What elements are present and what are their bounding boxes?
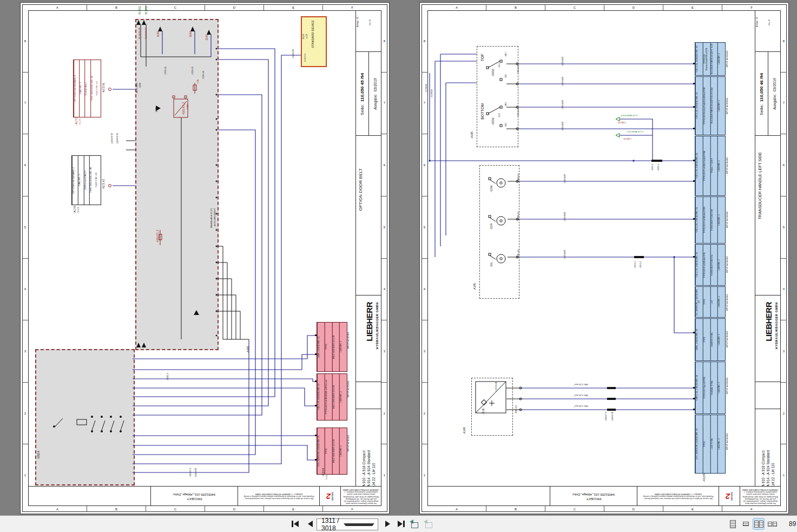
connector-label: -X1046.B: [564, 250, 566, 259]
list-cell: TYPE: [703, 415, 710, 473]
footer-strip: PROJEKT:94051255-101_Ablage_Doku We rese…: [28, 486, 381, 506]
connector-label: -X1047.B: [611, 412, 614, 421]
device-label: -A170: [74, 206, 77, 214]
series-logo-mark: 2: [726, 492, 730, 501]
projekt-cell: PROJEKT:94051255-101_Ablage_Doku: [550, 487, 637, 506]
wire-label: KL15,KL15: [145, 28, 147, 39]
first-page-button[interactable]: [289, 518, 301, 529]
pin-label: D120: [303, 34, 305, 39]
wire-gauge-label: WH, 0,25 mm²: [574, 394, 588, 396]
copyright-en: We reserve all rights in this document a…: [241, 493, 317, 500]
sheet-title-box: OPTION DOOR BELT: [356, 135, 381, 295]
anlage-label: Anlage =D: [356, 10, 368, 34]
list-cell: TYPE#16 PushButtonSSL: [703, 245, 710, 285]
input-module-24v: 24V_SENSOR_1 MOD-NR: 46TYPE+24V SYBLCAN-…: [695, 415, 726, 474]
list-cell: TYPE: [703, 319, 710, 360]
next-page-icon: [385, 521, 390, 527]
list-cell: TYPE#16 SignalSYBL: [703, 362, 710, 413]
list-cell: TYPE#16 PushBtnSwitchSSM: [703, 136, 710, 195]
input-module-ssl: %ID 4.46..3 MOD-NR: 46TYPE#16 PushButton…: [695, 244, 726, 286]
list-cell: ROCKER SWITCH LEFT TOP: [710, 43, 718, 75]
list-cell: BELT DRIVERS DOOR: [332, 374, 340, 420]
connector-label: -X1046.B: [562, 57, 564, 66]
liebherr-logo: LIEBHERR: [764, 302, 773, 341]
module-label: -A165: [702, 474, 706, 482]
group-label: -A145: [463, 427, 466, 434]
ort-label: Ort +F: [768, 10, 781, 34]
module-side-label: INPUT MODULE: [726, 377, 728, 395]
list-cell: CAN-NR: 4: [717, 287, 725, 317]
page-number-input[interactable]: 1311 / 3018: [317, 518, 378, 530]
list-cell: CAN-NR: 4: [717, 245, 725, 285]
module-side-label: INPUT MODULE: [726, 433, 728, 450]
module-side-label: INPUT MODULE: [347, 435, 350, 452]
list-cell: SSM1+Y LEFT: [710, 136, 718, 195]
previous-page-button[interactable]: [304, 518, 316, 529]
list-cell: TYPE: [703, 287, 710, 317]
wire-gauge-label: WH, 0,25 mm²: [574, 383, 588, 385]
two-page-continuous-layout-button[interactable]: [767, 518, 778, 529]
ausgabe-value: 03/2019: [373, 78, 377, 91]
projekt-value: 94051255-101_Ablage_Doku: [572, 493, 615, 496]
pin-label: -A170.X2: [103, 179, 106, 189]
connector-label: -XS1.1: [634, 261, 636, 268]
wiring-graphics-right: [420, 3, 788, 514]
list-cell: LH 22 - LH 110: [771, 411, 775, 487]
chevron-down-icon: [344, 523, 374, 526]
previous-view-button[interactable]: [410, 519, 420, 529]
list-cell: PUSH BUTTON SSL: [710, 245, 718, 285]
button-label: -SSM: [490, 186, 493, 193]
device-table-a172: OPTIONS KEYBOARD 4CAN-NR: 3DOOR BELTTYPE…: [73, 60, 101, 117]
footer-empty-cell: [28, 487, 150, 506]
copyright-en: We reserve all rights in this document a…: [640, 493, 716, 500]
switch-label: -S504: [37, 451, 40, 459]
input-module-belt-1: GND_1 MOD-NR: 45TYPEBELT DRIVERS DOORCAN…: [317, 322, 347, 372]
connector-label: -S55.X1: [517, 109, 519, 117]
single-page-layout-button[interactable]: [727, 518, 738, 529]
footer-strip: PROJEKT:94051255-101_Ablage_Doku We rese…: [427, 486, 781, 506]
input-module-ssr: %ID 4.46..4 MOD-NR: 46TYPE#16 PushButton…: [695, 196, 726, 244]
cross-ref-label: =O+F-A166.X3.1: [627, 130, 644, 133]
contact-label: 4NO: [505, 52, 508, 56]
last-page-button[interactable]: [395, 518, 407, 529]
sheet-title: TRANSDUCER HANDLE LEFT SIDE: [758, 152, 762, 219]
connector-label: -B19.X1: [515, 405, 517, 413]
plant-location-box: Anlage =D Ort +F: [755, 10, 781, 34]
series-logo-text: series: [730, 492, 733, 501]
fuse-label: 15A: [197, 80, 199, 83]
connector-label: -X1419.B: [292, 49, 294, 58]
button-label: -SSR: [490, 224, 493, 230]
switch-position-label: TOP: [480, 54, 484, 61]
input-module-belt-3: 24V_SENSOR_1 MOD-NR: 45TYPEBELT DRIVERS …: [317, 428, 347, 475]
connector-label: -X1422.B: [195, 468, 197, 477]
sheet-title-box: TRANSDUCER HANDLE LEFT SIDE: [755, 135, 781, 295]
diag-label: DIAG: [157, 31, 160, 37]
two-page-layout-button[interactable]: [753, 518, 764, 529]
copyright-de-cell: Für dieses Dokument und den darin darges…: [740, 487, 781, 506]
two-page-continuous-icon-right: [773, 522, 777, 527]
two-page-continuous-icon-left: [768, 522, 772, 527]
single-page-icon: [730, 520, 736, 528]
list-cell: %ID 4.46..18 MOD-NR: 46: [695, 43, 703, 75]
connector-label: -X1046.B: [562, 100, 564, 109]
next-view-button[interactable]: [424, 519, 434, 529]
component-label: -A161: [247, 346, 249, 353]
list-cell: %ID 4.46..3 MOD-NR: 46: [695, 245, 703, 285]
fuse-label: -A161.F3_3: [157, 230, 160, 243]
module-side-label: INPUT MODULE: [347, 332, 350, 349]
connector-label: (-)X1407.B: [111, 133, 113, 144]
continuous-icon-top: [743, 522, 749, 526]
two-page-icon-left: [754, 521, 759, 528]
first-page-icon-arrow: [294, 521, 299, 527]
connector-label: -X1419.3: [304, 54, 306, 62]
connector-label: -X1046.B: [564, 212, 566, 221]
continuous-layout-button[interactable]: [740, 518, 751, 529]
module-side-label: INPUT MODULE: [726, 211, 728, 228]
cross-ref-label: #7/86.D1: [623, 137, 631, 139]
wire-label: KL30,KL30: [139, 28, 141, 39]
device-table-a170: OPTIONS KEYBOARD 2CAN-NR: 3D2Reserve5A17…: [71, 155, 101, 205]
first-page-icon: [292, 521, 293, 527]
next-page-button[interactable]: [381, 518, 393, 529]
device-ref: /11.C5: [79, 119, 81, 125]
list-cell: BELT DRIVERS DOOR: [332, 428, 340, 474]
